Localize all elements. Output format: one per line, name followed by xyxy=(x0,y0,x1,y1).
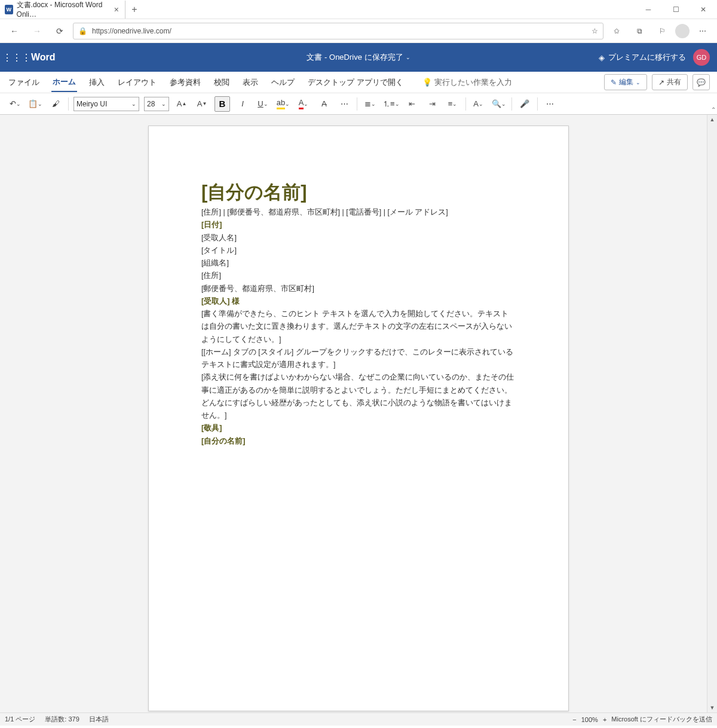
app-launcher-icon[interactable]: ⋮⋮⋮ xyxy=(7,48,26,67)
tab-insert[interactable]: 挿入 xyxy=(88,74,106,91)
separator xyxy=(537,97,538,111)
doc-salutation[interactable]: [受取人] 様 xyxy=(201,295,516,308)
tab-review[interactable]: 校閲 xyxy=(213,74,231,91)
forward-button[interactable]: → xyxy=(27,22,47,41)
grow-font-button[interactable]: A▲ xyxy=(174,96,189,112)
scroll-up-icon[interactable]: ▲ xyxy=(707,115,717,124)
word-count[interactable]: 単語数: 379 xyxy=(45,715,79,724)
paste-button[interactable]: 📋⌄ xyxy=(27,96,43,112)
align-button[interactable]: ≡⌄ xyxy=(445,96,461,112)
browser-tab[interactable]: W 文書.docx - Microsoft Word Onli… × xyxy=(0,1,125,19)
vertical-scrollbar[interactable]: ▲ ▼ xyxy=(707,115,717,712)
comments-button[interactable]: 💬 xyxy=(693,74,710,90)
doc-contact[interactable]: [住所] | [郵便番号、都道府県、市区町村] | [電話番号] | [メール … xyxy=(201,206,516,219)
doc-org[interactable]: [組織名] xyxy=(201,257,516,270)
tell-me-search[interactable]: 💡 実行したい作業を入力 xyxy=(422,77,512,88)
tab-home[interactable]: ホーム xyxy=(51,73,77,92)
comment-icon: 💬 xyxy=(697,78,706,87)
zoom-in-button[interactable]: + xyxy=(603,716,606,723)
document-title[interactable]: 文書 - OneDrive に保存完了 ⌄ xyxy=(307,52,410,63)
browser-address-bar: ← → ⟳ 🔒 https://onedrive.live.com/ ☆ ✩ ⧉… xyxy=(0,19,717,43)
app-name[interactable]: Word xyxy=(31,52,56,63)
collapse-ribbon-icon[interactable]: ⌃ xyxy=(711,106,716,113)
doc-title-line[interactable]: [タイトル] xyxy=(201,244,516,257)
doc-p2[interactable]: [[ホーム] タブの [スタイル] グループをクリックするだけで、このレターに表… xyxy=(201,346,516,372)
share-icon: ↗ xyxy=(658,78,664,87)
bold-button[interactable]: B xyxy=(215,96,230,112)
document-page[interactable]: [自分の名前] [住所] | [郵便番号、都道府県、市区町村] | [電話番号]… xyxy=(148,126,569,711)
tab-references[interactable]: 参考資料 xyxy=(168,74,202,91)
tab-open-desktop[interactable]: デスクトップ アプリで開く xyxy=(307,74,405,91)
font-color-button[interactable]: A⌄ xyxy=(296,96,311,112)
tab-help[interactable]: ヘルプ xyxy=(270,74,296,91)
url-input[interactable]: 🔒 https://onedrive.live.com/ ☆ xyxy=(73,23,603,39)
tab-layout[interactable]: レイアウト xyxy=(117,74,158,91)
pencil-icon: ✎ xyxy=(611,78,617,87)
font-name-select[interactable]: Meiryo UI⌄ xyxy=(73,97,139,111)
collections-icon[interactable]: ⧉ xyxy=(630,22,649,41)
minimize-button[interactable]: ─ xyxy=(635,0,662,19)
back-button[interactable]: ← xyxy=(5,22,24,41)
clear-format-button[interactable]: A̶ xyxy=(316,96,332,112)
lock-icon: 🔒 xyxy=(78,27,87,35)
doc-p3[interactable]: [添え状に何を書けばよいかわからない場合、なぜこの企業に向いているのか、またその… xyxy=(201,371,516,422)
browser-titlebar: W 文書.docx - Microsoft Word Onli… × + ─ ☐… xyxy=(0,0,717,19)
doc-recipient[interactable]: [受取人名] xyxy=(201,232,516,244)
document-canvas: [自分の名前] [住所] | [郵便番号、都道府県、市区町村] | [電話番号]… xyxy=(0,115,717,712)
highlight-button[interactable]: ab⌄ xyxy=(275,96,291,112)
favorites-icon[interactable]: ✩ xyxy=(607,22,626,41)
doc-postal[interactable]: [郵便番号、都道府県、市区町村] xyxy=(201,283,516,295)
edit-mode-button[interactable]: ✎ 編集 ⌄ xyxy=(604,74,647,90)
premium-button[interactable]: ◈ プレミアムに移行する xyxy=(599,52,686,63)
window-controls: ─ ☐ ✕ xyxy=(635,0,717,19)
close-window-button[interactable]: ✕ xyxy=(690,0,717,19)
decrease-indent-button[interactable]: ⇤ xyxy=(405,96,420,112)
tab-view[interactable]: 表示 xyxy=(241,74,259,91)
tab-file[interactable]: ファイル xyxy=(7,74,41,91)
chevron-down-icon: ⌄ xyxy=(636,79,641,85)
doc-closing[interactable]: [敬具] xyxy=(201,422,516,435)
page-indicator[interactable]: 1/1 ページ xyxy=(5,715,35,724)
format-painter-button[interactable]: 🖌 xyxy=(48,96,63,112)
language-indicator[interactable]: 日本語 xyxy=(89,715,109,724)
undo-button[interactable]: ↶⌄ xyxy=(7,96,23,112)
doc-addr[interactable]: [住所] xyxy=(201,270,516,282)
zoom-out-button[interactable]: − xyxy=(572,716,576,723)
ribbon-toolbar: ↶⌄ 📋⌄ 🖌 Meiryo UI⌄ 28⌄ A▲ A▼ B I U⌄ ab⌄ … xyxy=(0,93,717,115)
font-size-select[interactable]: 28⌄ xyxy=(144,97,169,111)
profile-avatar[interactable] xyxy=(675,24,690,38)
shrink-font-button[interactable]: A▼ xyxy=(194,96,210,112)
refresh-button[interactable]: ⟳ xyxy=(50,22,69,41)
numbering-button[interactable]: ⒈≡⌄ xyxy=(382,96,400,112)
underline-button[interactable]: U⌄ xyxy=(255,96,271,112)
feedback-link[interactable]: Microsoft にフィードバックを送信 xyxy=(611,715,712,724)
maximize-button[interactable]: ☐ xyxy=(662,0,690,19)
find-button[interactable]: 🔍⌄ xyxy=(491,96,507,112)
separator xyxy=(511,97,512,111)
ribbon-tabs: ファイル ホーム 挿入 レイアウト 参考資料 校閲 表示 ヘルプ デスクトップ … xyxy=(0,72,717,93)
browser-menu-icon[interactable]: ⋯ xyxy=(693,22,712,41)
extensions-icon[interactable]: ⚐ xyxy=(652,22,672,41)
more-font-button[interactable]: ⋯ xyxy=(336,96,352,112)
separator xyxy=(357,97,357,111)
styles-button[interactable]: A⌄ xyxy=(471,96,486,112)
zoom-level[interactable]: 100% xyxy=(581,716,598,723)
doc-title[interactable]: [自分の名前] xyxy=(201,180,516,205)
dictate-button[interactable]: 🎤 xyxy=(517,96,532,112)
scroll-down-icon[interactable]: ▼ xyxy=(707,703,717,712)
share-button[interactable]: ↗ 共有 xyxy=(652,74,688,90)
bulb-icon: 💡 xyxy=(422,78,432,87)
more-button[interactable]: ⋯ xyxy=(543,96,558,112)
close-tab-icon[interactable]: × xyxy=(114,5,119,14)
user-avatar[interactable]: GD xyxy=(693,49,710,66)
status-bar: 1/1 ページ 単語数: 379 日本語 − 100% + Microsoft … xyxy=(0,712,717,726)
tab-title: 文書.docx - Microsoft Word Onli… xyxy=(17,0,108,19)
doc-date[interactable]: [日付] xyxy=(201,219,516,231)
star-icon[interactable]: ☆ xyxy=(592,27,598,35)
doc-signature[interactable]: [自分の名前] xyxy=(201,435,516,448)
new-tab-button[interactable]: + xyxy=(125,4,143,15)
italic-button[interactable]: I xyxy=(235,96,250,112)
increase-indent-button[interactable]: ⇥ xyxy=(425,96,440,112)
bullets-button[interactable]: ≣⌄ xyxy=(362,96,378,112)
doc-p1[interactable]: [書く準備ができたら、このヒント テキストを選んで入力を開始してください。テキス… xyxy=(201,308,516,346)
